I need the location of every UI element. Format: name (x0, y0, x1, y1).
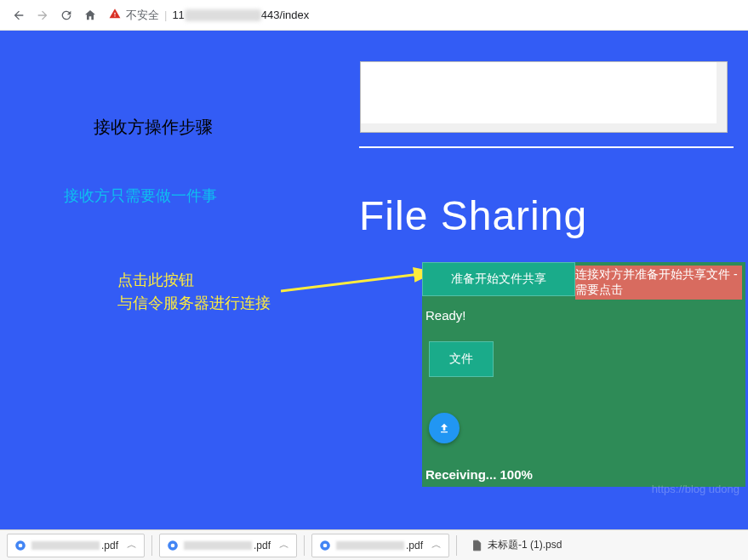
reload-icon (60, 9, 73, 22)
prepare-share-label: 准备开始文件共享 (451, 271, 546, 287)
url-prefix: 11 (172, 9, 184, 21)
file-icon (471, 540, 482, 551)
chrome-icon (167, 540, 179, 551)
download-item[interactable]: 未标题-1 (1).psd (464, 534, 568, 557)
arrow-right-icon (36, 9, 49, 22)
chevron-up-icon[interactable]: ︿ (431, 538, 442, 552)
svg-point-4 (171, 543, 175, 547)
chrome-icon (319, 540, 331, 551)
file-ext: .pdf (254, 540, 271, 551)
file-ext: .pdf (406, 540, 423, 551)
chevron-up-icon[interactable]: ︿ (279, 538, 289, 552)
connect-peer-button[interactable]: 连接对方并准备开始共享文件 - 需要点击 (575, 266, 742, 300)
prepare-share-button[interactable]: 准备开始文件共享 (422, 262, 575, 296)
log-textarea[interactable] (360, 61, 728, 133)
receiver-steps-title: 接收方操作步骤 (94, 116, 213, 139)
psd-filename: 未标题-1 (1).psd (488, 538, 562, 552)
download-item[interactable]: .pdf ︿ (311, 534, 449, 557)
downloads-bar: .pdf ︿ .pdf ︿ .pdf ︿ 未标题-1 (1).psd (0, 529, 748, 560)
filename-redacted (336, 541, 404, 550)
sharing-panel: 准备开始文件共享 连接对方并准备开始共享文件 - 需要点击 Ready! 文件 … (422, 262, 745, 487)
instruction-text: 点击此按钮 与信令服务器进行连接 (117, 269, 271, 315)
arrow-left-icon (12, 9, 26, 22)
url-suffix: 443/index (261, 9, 309, 21)
filename-redacted (31, 541, 100, 550)
browser-toolbar: 不安全 | 11 443/index (0, 0, 748, 31)
file-button[interactable]: 文件 (429, 341, 494, 377)
upload-button[interactable] (429, 413, 460, 443)
filename-redacted (184, 541, 252, 550)
insecure-label: 不安全 (126, 8, 159, 23)
receiving-status: Receiving... 100% (422, 467, 745, 487)
separator (151, 535, 152, 556)
page-content: 接收方操作步骤 接收方只需要做一件事 点击此按钮 与信令服务器进行连接 File… (0, 31, 748, 529)
svg-point-2 (19, 543, 23, 547)
svg-point-6 (323, 543, 328, 547)
svg-line-0 (281, 272, 434, 291)
download-item[interactable]: .pdf ︿ (159, 534, 297, 557)
upload-icon (437, 421, 451, 435)
chevron-up-icon[interactable]: ︿ (127, 538, 137, 552)
file-button-label: 文件 (449, 351, 473, 367)
download-item[interactable]: .pdf ︿ (7, 534, 145, 557)
separator (456, 535, 457, 556)
warning-icon (109, 8, 121, 22)
file-ext: .pdf (101, 540, 118, 551)
home-button[interactable] (78, 3, 102, 27)
instruction-line2: 与信令服务器进行连接 (117, 292, 271, 315)
chrome-icon (14, 540, 26, 551)
home-icon (83, 9, 97, 22)
instruction-line1: 点击此按钮 (117, 269, 271, 292)
separator (304, 535, 305, 556)
forward-button[interactable] (31, 3, 54, 27)
address-bar[interactable]: 不安全 | 11 443/index (109, 8, 741, 23)
connect-peer-label: 连接对方并准备开始共享文件 - 需要点击 (575, 267, 742, 298)
status-text: Ready! (422, 303, 745, 331)
receiver-subtitle: 接收方只需要做一件事 (64, 186, 217, 206)
reload-button[interactable] (54, 3, 78, 27)
scrollbar[interactable] (717, 62, 727, 132)
back-button[interactable] (7, 3, 31, 27)
url-redacted (185, 9, 261, 21)
separator: | (164, 9, 167, 21)
page-title: File Sharing (359, 192, 587, 239)
divider (359, 146, 734, 148)
